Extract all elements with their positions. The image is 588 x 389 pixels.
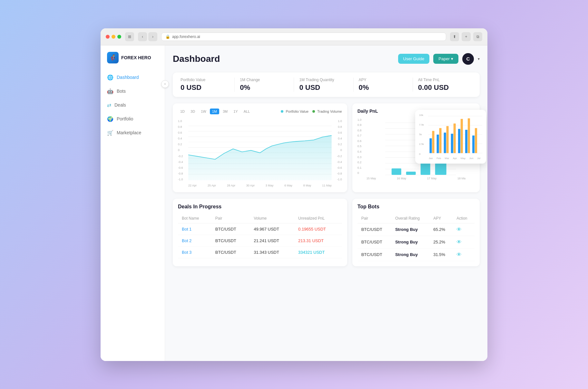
portfolio-chart-card: 1D 3D 1W 1M 3M 1Y ALL Portfolio Value: [173, 103, 347, 192]
svg-rect-41: [472, 135, 475, 153]
browser-window: ⊞ ‹ › 🔒 app.forexhero.ai ⬆ + ⧉ 🦸 FOREX H…: [101, 28, 487, 361]
address-bar[interactable]: 🔒 app.forexhero.ai: [161, 33, 446, 41]
svg-rect-34: [446, 126, 449, 153]
view-bot-2-icon[interactable]: 👁: [456, 239, 462, 245]
daily-pnl-title: Daily PnL: [358, 109, 378, 114]
legend-volume: Trading Volume: [312, 109, 342, 113]
svg-rect-20: [391, 168, 401, 175]
sidebar-item-marketplace[interactable]: 🛒 Marketplace: [101, 127, 165, 139]
deal-pnl-value-3: 334321: [298, 250, 312, 255]
stat-1m-change: 1M Change 0%: [235, 78, 294, 92]
tb-apy-2: 25.2%: [429, 236, 453, 248]
tb-rating-1: Strong Buy: [391, 223, 429, 236]
top-bots-header: Pair Overall Rating APY Action: [358, 213, 475, 223]
filter-3m[interactable]: 3M: [220, 109, 230, 114]
daily-pnl-y-axis: 1.00.90.80.70.60.50.40.30.20.10: [358, 118, 367, 176]
tb-action-1: 👁: [453, 223, 475, 236]
sidebar-item-portfolio[interactable]: 🌍 Portfolio: [101, 113, 165, 125]
svg-rect-31: [437, 135, 439, 153]
marketplace-icon: 🛒: [107, 130, 113, 136]
filter-1w[interactable]: 1W: [199, 109, 209, 114]
y-axis-right: 1.00.80.60.40.20-0.2-0.4-0.6-0.8-1.0: [332, 118, 342, 183]
view-bot-1-icon[interactable]: 👁: [456, 227, 462, 232]
view-bot-3-icon[interactable]: 👁: [456, 252, 462, 257]
tabs-icon[interactable]: ⧉: [473, 32, 482, 41]
tb-pair-2: BTC/USDT: [358, 236, 391, 248]
sidebar-label-marketplace: Marketplace: [117, 130, 141, 135]
filter-1d[interactable]: 1D: [178, 109, 187, 114]
col-tb-apy: APY: [429, 213, 453, 223]
traffic-lights: [106, 35, 121, 39]
forward-button[interactable]: ›: [148, 32, 157, 41]
deal-pnl-value-2: 213.31: [298, 238, 311, 243]
stat-value-portfolio: 0 USD: [181, 83, 229, 92]
filter-1m[interactable]: 1M: [210, 109, 219, 114]
bots-icon: 🤖: [107, 88, 113, 94]
svg-rect-38: [461, 119, 463, 153]
sidebar-item-deals[interactable]: ⇄ Deals: [101, 99, 165, 111]
new-tab-icon[interactable]: +: [462, 32, 471, 41]
deal-pnl-value-1: 0.19655: [298, 227, 313, 232]
sidebar-label-deals: Deals: [114, 102, 126, 108]
stat-value-all-time-pnl: 0.00 USD: [418, 83, 467, 92]
filter-3d[interactable]: 3D: [188, 109, 197, 114]
browser-chrome: ⊞ ‹ › 🔒 app.forexhero.ai ⬆ + ⧉: [101, 28, 487, 45]
user-guide-button[interactable]: User Guide: [398, 54, 430, 64]
tb-apy-1: 65.2%: [429, 223, 453, 236]
sidebar-item-dashboard[interactable]: 🌐 Dashboard: [101, 71, 165, 84]
paper-button[interactable]: Paper ▾: [433, 54, 458, 64]
app-layout: 🦸 FOREX HERO 🌐 Dashboard 🤖 Bots ⇄ Deals …: [101, 45, 487, 361]
sidebar-label-portfolio: Portfolio: [117, 116, 133, 121]
col-volume: Volume: [250, 213, 294, 223]
stat-value-trading-qty: 0 USD: [299, 83, 348, 92]
back-button[interactable]: ‹: [138, 32, 147, 41]
table-row: Bot 1 BTC/USDT 49.967 USDT 0.19655 USDT: [178, 223, 342, 235]
sidebar: 🦸 FOREX HERO 🌐 Dashboard 🤖 Bots ⇄ Deals …: [101, 45, 165, 361]
time-filters: 1D 3D 1W 1M 3M 1Y ALL: [178, 109, 252, 114]
portfolio-icon: 🌍: [107, 116, 113, 122]
minimize-button[interactable]: [112, 35, 115, 39]
deals-table-card: Deals In Progress Bot Name Pair Volume U…: [173, 199, 347, 266]
collapse-sidebar-button[interactable]: ‹: [161, 80, 169, 88]
logo: 🦸 FOREX HERO: [101, 52, 165, 70]
deal-pnl-unit-3: USDT: [313, 250, 325, 255]
table-row: BTC/USDT Strong Buy 25.2% 👁: [358, 236, 475, 248]
deal-volume-2: 21.241 USDT: [250, 235, 294, 246]
tb-rating-2: Strong Buy: [391, 236, 429, 248]
sidebar-item-bots[interactable]: 🤖 Bots: [101, 85, 165, 98]
filter-1y[interactable]: 1Y: [231, 109, 240, 114]
logo-text: FOREX HERO: [121, 55, 151, 60]
portfolio-chart-area: 1.00.80.60.40.20-0.2-0.4-0.6-0.8-1.0: [178, 118, 342, 187]
col-tb-action: Action: [453, 213, 475, 223]
tb-apy-3: 31.5%: [429, 248, 453, 261]
maximize-button[interactable]: [117, 35, 121, 39]
svg-rect-40: [468, 118, 470, 153]
sidebar-label-bots: Bots: [117, 89, 126, 94]
nav-buttons: ‹ ›: [138, 32, 157, 41]
svg-rect-36: [454, 123, 456, 153]
col-tb-pair: Pair: [358, 213, 391, 223]
page-header: Dashboard User Guide Paper ▾ C ▾: [173, 53, 480, 65]
share-icon[interactable]: ⬆: [450, 32, 459, 41]
sidebar-toggle-icon[interactable]: ⊞: [125, 32, 134, 41]
stat-value-apy: 0%: [359, 83, 407, 92]
avatar[interactable]: C: [462, 53, 474, 65]
popup-chart-area: 10k7.5k5k2.5k0: [419, 114, 482, 156]
deal-pair-2: BTC/USDT: [211, 235, 250, 246]
daily-pnl-x-axis: 15 May16 May17 May18 Ma: [358, 176, 475, 180]
stat-value-1m-change: 0%: [240, 83, 289, 92]
legend-dot-volume: [312, 110, 315, 113]
svg-rect-35: [451, 134, 453, 153]
legend-portfolio: Portfolio Value: [281, 109, 309, 113]
tb-rating-3: Strong Buy: [391, 248, 429, 261]
y-axis-left: 1.00.80.60.40.20-0.2-0.4-0.6-0.8-1.0: [178, 118, 188, 183]
legend-dot-portfolio: [281, 110, 283, 113]
chart-legend: Portfolio Value Trading Volume: [281, 109, 342, 113]
close-button[interactable]: [106, 35, 110, 39]
deal-pair-3: BTC/USDT: [211, 246, 250, 258]
table-row: BTC/USDT Strong Buy 65.2% 👁: [358, 223, 475, 236]
tb-action-3: 👁: [453, 248, 475, 261]
filter-all[interactable]: ALL: [241, 109, 252, 114]
header-actions: User Guide Paper ▾ C ▾: [398, 53, 480, 65]
table-row: BTC/USDT Strong Buy 31.5% 👁: [358, 248, 475, 261]
